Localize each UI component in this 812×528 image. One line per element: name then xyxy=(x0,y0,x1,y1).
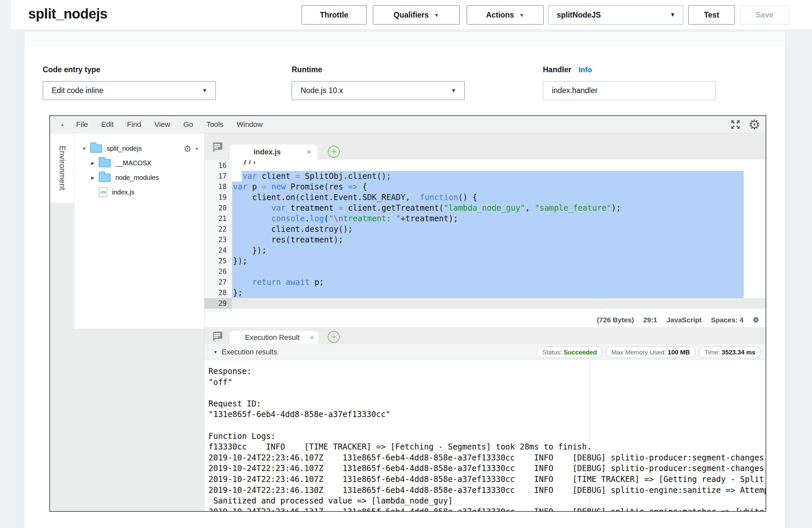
actions-button[interactable]: Actions ▼ xyxy=(467,5,543,25)
tab-indexjs[interactable]: index.js × xyxy=(230,144,317,160)
log-line xyxy=(208,420,766,431)
line-number: 24 xyxy=(204,245,232,256)
code-line[interactable]: }; xyxy=(232,288,766,298)
line-number: 23 xyxy=(204,235,232,245)
runtime-select[interactable]: Node.js 10.x ▼ xyxy=(292,81,465,100)
code-lines[interactable]: }); var client = SplitObj.client();var p… xyxy=(232,160,766,312)
handler-input[interactable] xyxy=(543,81,716,100)
status-badge: Status: Succeeded xyxy=(537,347,603,358)
code-line[interactable]: }); xyxy=(232,245,766,256)
caret-right-icon[interactable]: ▶ xyxy=(90,161,96,166)
menu-item-find[interactable]: Find xyxy=(127,120,141,129)
handler-info-link[interactable]: Info xyxy=(579,65,592,74)
log-line: 2019-10-24T22:23:46.131Z 131e865f-6eb4-4… xyxy=(208,507,766,511)
page-header: split_nodejs Throttle Qualifiers ▼ Actio… xyxy=(11,0,812,30)
code-line[interactable]: res(treatment); xyxy=(232,235,766,245)
log-line: Response: xyxy=(208,366,766,377)
tab-list-icon[interactable] xyxy=(212,332,222,341)
test-event-select[interactable]: splitNodeJS ▼ xyxy=(549,5,683,25)
line-number: 19 xyxy=(204,192,232,203)
fullscreen-icon[interactable] xyxy=(730,119,741,130)
folder-icon xyxy=(99,159,111,167)
menu-item-window[interactable]: Window xyxy=(237,120,262,129)
new-tab-icon[interactable]: + xyxy=(328,331,340,343)
line-number: 17 xyxy=(204,171,232,181)
clipped-card-header: Function code Info xyxy=(24,31,785,45)
print-margin-line xyxy=(607,309,607,312)
code-line[interactable]: var client = SplitObj.client(); xyxy=(232,171,766,181)
code-line[interactable]: client.on(client.Event.SDK_READY, functi… xyxy=(232,192,766,203)
caret-right-icon[interactable]: ▶ xyxy=(90,175,96,180)
cursor-position-status[interactable]: 29:1 xyxy=(643,316,657,324)
menu-item-file[interactable]: File xyxy=(76,120,88,129)
chevron-down-icon: ▼ xyxy=(434,12,439,18)
tree-settings-gear-icon[interactable]: ⚙ xyxy=(184,144,191,155)
chevron-down-icon: ▼ xyxy=(519,12,524,18)
log-line: Request ID: xyxy=(208,398,766,409)
handler-label: HandlerInfo xyxy=(543,65,592,74)
chevron-down-icon: ▼ xyxy=(670,12,676,18)
runtime-label: Runtime xyxy=(292,65,322,74)
code-line[interactable]: var treatment = client.getTreatment("lam… xyxy=(232,203,766,213)
code-line[interactable]: }); xyxy=(232,160,766,171)
language-status[interactable]: JavaScript xyxy=(667,316,702,324)
indentation-status[interactable]: Spaces: 4 xyxy=(711,316,743,324)
log-line: 2019-10-24T22:23:46.107Z 131e865f-6eb4-4… xyxy=(208,474,766,485)
log-line: "131e865f-6eb4-4dd8-858e-a37ef13330cc" xyxy=(208,409,766,420)
line-number: 20 xyxy=(204,203,232,213)
environment-tab[interactable]: Environment xyxy=(50,133,74,203)
execution-results-toggle[interactable]: ▼ Execution results xyxy=(213,344,277,360)
code-line[interactable]: console.log("\ntreatment: "+treatment); xyxy=(232,213,766,224)
menu-item-view[interactable]: View xyxy=(155,120,170,129)
status-settings-gear-icon[interactable]: ⚙ xyxy=(753,316,759,323)
editor-main-column: index.js × + 161718192021222324252627282… xyxy=(204,133,766,511)
code-line[interactable] xyxy=(232,266,766,277)
log-line: Sanitized and processed value => [lambda… xyxy=(208,496,766,507)
close-tab-icon[interactable]: × xyxy=(310,334,314,341)
tree-item-node-modules-folder[interactable]: ▶ node_modules xyxy=(74,170,204,185)
tab-list-icon[interactable] xyxy=(212,143,222,152)
page: split_nodejs Throttle Qualifiers ▼ Actio… xyxy=(0,0,812,528)
log-line: 2019-10-24T22:23:46.130Z 131e865f-6eb4-4… xyxy=(208,485,766,496)
new-tab-icon[interactable]: + xyxy=(328,146,340,158)
tab-execution-result[interactable]: Execution Result × xyxy=(230,331,319,344)
save-button[interactable]: Save xyxy=(740,5,789,25)
menu-item-tools[interactable]: Tools xyxy=(206,120,223,129)
caret-down-icon: ▼ xyxy=(213,350,218,355)
ide-settings-gear-icon[interactable]: ⚙ xyxy=(748,118,760,131)
line-number: 18 xyxy=(204,181,232,192)
code-line[interactable]: }); xyxy=(232,256,766,266)
line-number-gutter: 1617181920212223242526272829 xyxy=(204,160,232,312)
folder-icon xyxy=(99,174,111,182)
throttle-button[interactable]: Throttle xyxy=(302,5,366,25)
code-line[interactable]: client.destroy(); xyxy=(232,224,766,235)
execution-results-header: ▼ Execution results Status: Succeeded Ma… xyxy=(204,344,766,360)
menu-item-go[interactable]: Go xyxy=(183,120,193,129)
results-tabbar: Execution Result × + xyxy=(204,328,766,344)
editor-tabbar: index.js × + xyxy=(204,133,766,160)
clipped-info-link: Info xyxy=(268,31,284,32)
code-line[interactable]: return await p; xyxy=(232,277,766,288)
time-badge: Time: 3523.34 ms xyxy=(699,347,761,358)
close-tab-icon[interactable]: × xyxy=(307,147,311,157)
code-entry-type-select[interactable]: Edit code inline ▼ xyxy=(43,81,216,100)
tree-item-indexjs-file[interactable]: <> index.js xyxy=(74,185,204,200)
code-line[interactable] xyxy=(232,298,766,309)
test-button[interactable]: Test xyxy=(688,5,735,25)
chevron-down-icon: ▼ xyxy=(194,146,199,151)
execution-log-output: Response:"off" Request ID:"131e865f-6eb4… xyxy=(204,360,766,511)
line-number: 26 xyxy=(204,266,232,277)
code-editor-area[interactable]: 1617181920212223242526272829 }); var cli… xyxy=(204,160,766,312)
qualifiers-button[interactable]: Qualifiers ▼ xyxy=(373,5,460,25)
function-code-card: Function code Info Code entry type Runti… xyxy=(24,31,786,528)
collapse-editor-icon[interactable]: ▲ xyxy=(60,121,65,127)
menu-item-edit[interactable]: Edit xyxy=(101,120,114,129)
tree-item-macosx-folder[interactable]: ▶ __MACOSX xyxy=(74,156,204,170)
function-name-title: split_nodejs xyxy=(28,6,107,22)
code-line[interactable]: var p = new Promise(res => { xyxy=(232,181,766,192)
folder-icon xyxy=(90,144,102,153)
editor-status-bar: (726 Bytes) 29:1 JavaScript Spaces: 4 ⚙ xyxy=(204,312,766,328)
tree-item-root-folder[interactable]: ▼ split_nodejs ⚙ ▼ xyxy=(74,141,204,156)
js-file-icon: <> xyxy=(99,187,107,197)
caret-down-icon[interactable]: ▼ xyxy=(82,146,87,151)
